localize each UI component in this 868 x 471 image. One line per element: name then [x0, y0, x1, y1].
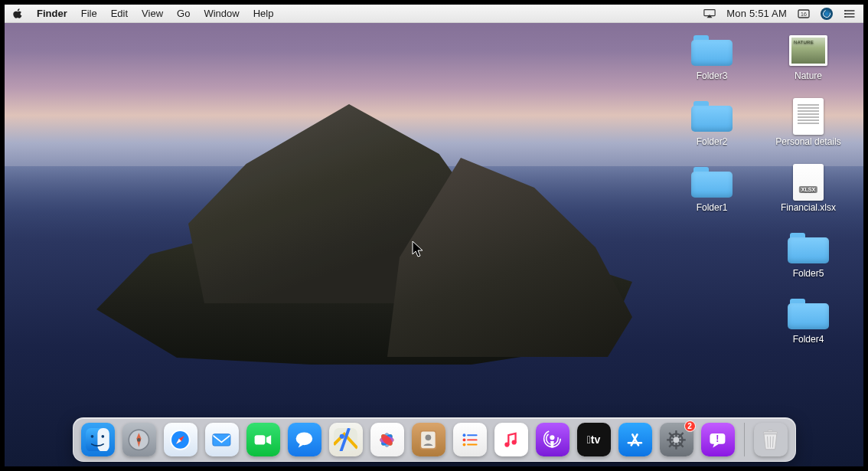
- svg-rect-65: [763, 431, 777, 433]
- spreadsheet-file-icon: XLSX: [793, 164, 824, 201]
- desktop-icons-area: Folder3 Nature Folder2 Personal details …: [666, 34, 854, 363]
- desktop-item-label: Folder2: [697, 136, 728, 147]
- menu-window[interactable]: Window: [204, 8, 239, 19]
- dock-app-reminders[interactable]: [453, 423, 487, 456]
- desktop-item-financial-xlsx[interactable]: XLSX Financial.xlsx: [762, 165, 854, 231]
- desktop-item-folder2[interactable]: Folder2: [666, 100, 758, 165]
- svg-text:16: 16: [801, 11, 807, 17]
- svg-rect-24: [255, 435, 266, 444]
- dock-app-launchpad[interactable]: [122, 423, 156, 456]
- desktop-item-folder3[interactable]: Folder3: [666, 34, 758, 100]
- svg-rect-12: [97, 428, 109, 452]
- desktop-item-label: Folder1: [697, 202, 728, 213]
- desktop-item-folder4[interactable]: Folder4: [762, 297, 854, 363]
- desktop-item-label: Nature: [795, 70, 822, 81]
- dock-app-photos[interactable]: [370, 423, 404, 456]
- svg-point-41: [463, 433, 466, 437]
- svg-point-7: [844, 10, 846, 11]
- folder-icon: [788, 233, 829, 263]
- dock-app-music[interactable]: [494, 423, 528, 456]
- svg-point-17: [137, 438, 141, 442]
- airplay-icon[interactable]: [703, 8, 716, 19]
- dock-app-maps[interactable]: [329, 423, 363, 456]
- dock-app-podcasts[interactable]: [536, 423, 569, 456]
- dock-app-tv[interactable]: tv: [577, 423, 611, 456]
- image-file-icon: [789, 35, 827, 66]
- desktop-item-label: Personal details: [775, 136, 840, 147]
- svg-point-14: [102, 435, 105, 438]
- desktop-item-label: Folder5: [793, 268, 824, 279]
- svg-point-13: [91, 435, 94, 438]
- svg-rect-66: [768, 430, 772, 431]
- svg-point-47: [504, 442, 509, 446]
- svg-point-9: [844, 16, 846, 18]
- svg-point-26: [296, 432, 313, 445]
- dock-app-mail[interactable]: [205, 423, 239, 456]
- siri-icon[interactable]: [821, 8, 833, 20]
- dock-app-appstore[interactable]: [618, 423, 652, 456]
- dock-app-facetime[interactable]: [246, 423, 280, 456]
- dock-app-system-preferences[interactable]: 2: [660, 423, 693, 456]
- folder-icon: [691, 35, 733, 66]
- menu-edit[interactable]: Edit: [111, 8, 128, 19]
- dock-app-safari[interactable]: [164, 423, 197, 456]
- menu-view[interactable]: View: [142, 8, 163, 19]
- folder-icon: [691, 101, 733, 132]
- menu-go[interactable]: Go: [177, 8, 190, 19]
- svg-text:!: !: [716, 433, 719, 443]
- svg-point-40: [426, 434, 432, 440]
- dock-app-finder[interactable]: [81, 423, 115, 456]
- desktop-item-folder1[interactable]: Folder1: [666, 165, 758, 231]
- dock-app-messages[interactable]: [288, 423, 321, 456]
- svg-point-29: [340, 433, 344, 438]
- svg-point-48: [512, 440, 517, 444]
- menu-bar: Finder File Edit View Go Window Help Mon…: [5, 5, 863, 23]
- dock-app-contacts[interactable]: [412, 423, 445, 456]
- folder-icon: [691, 167, 733, 198]
- svg-point-45: [463, 443, 466, 446]
- dock: tv 2 !: [73, 417, 796, 462]
- desktop-item-label: Financial.xlsx: [781, 202, 836, 213]
- svg-point-49: [550, 435, 554, 440]
- notification-center-icon[interactable]: [844, 8, 856, 19]
- app-menu[interactable]: Finder: [37, 8, 67, 19]
- apple-menu-icon[interactable]: [12, 8, 23, 19]
- svg-point-61: [674, 437, 680, 443]
- menu-bar-clock[interactable]: Mon 5:51 AM: [726, 8, 787, 19]
- menu-file[interactable]: File: [81, 8, 97, 19]
- svg-rect-22: [213, 433, 230, 445]
- desktop-item-personal-details[interactable]: Personal details: [762, 100, 854, 165]
- menu-help[interactable]: Help: [253, 8, 274, 19]
- desktop-item-folder5[interactable]: Folder5: [762, 231, 854, 297]
- dock-separator: [744, 423, 745, 456]
- svg-point-43: [463, 438, 466, 441]
- folder-icon: [788, 299, 829, 329]
- control-strip-icon[interactable]: 16: [798, 8, 810, 19]
- dock-trash[interactable]: [754, 423, 788, 456]
- dock-app-feedback[interactable]: !: [701, 423, 735, 456]
- svg-marker-25: [266, 435, 271, 444]
- desktop-item-label: Folder3: [697, 70, 728, 81]
- text-document-icon: [793, 98, 824, 135]
- desktop-screen: Finder File Edit View Go Window Help Mon…: [5, 5, 863, 466]
- desktop-item-label: Folder4: [793, 334, 824, 345]
- desktop-item-nature[interactable]: Nature: [762, 34, 854, 100]
- svg-point-8: [844, 13, 846, 15]
- update-badge: 2: [684, 420, 696, 432]
